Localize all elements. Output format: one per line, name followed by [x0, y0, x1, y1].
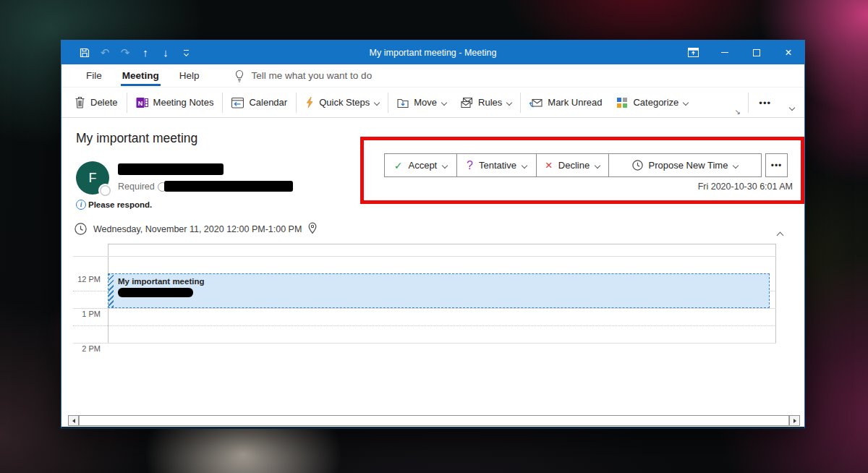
chevron-down-icon — [595, 162, 600, 168]
clock-icon — [75, 223, 87, 235]
minimize-button[interactable] — [709, 41, 741, 64]
lightning-bolt-icon — [305, 96, 314, 108]
collapse-ribbon-icon[interactable] — [789, 105, 795, 111]
svg-text:N: N — [137, 99, 142, 106]
ribbon-separator — [296, 93, 297, 113]
move-up-icon[interactable]: ↑ — [135, 41, 156, 64]
redo-icon: ↷ — [115, 41, 135, 64]
redacted-attendee-name — [164, 181, 293, 192]
redacted-event-detail — [118, 288, 193, 297]
ribbon-separator — [222, 93, 223, 113]
time-label-1pm: 1 PM — [67, 310, 101, 318]
tab-help[interactable]: Help — [169, 64, 210, 88]
decline-button[interactable]: × Decline — [537, 154, 609, 176]
info-icon: i — [76, 200, 86, 210]
sender-avatar[interactable]: F — [76, 161, 109, 195]
quick-access-toolbar: ↶ ↷ ↑ ↓ — [61, 41, 196, 64]
tab-file[interactable]: File — [76, 64, 112, 88]
tentative-button[interactable]: ? Tentative — [457, 154, 537, 176]
calendar-button[interactable]: Calendar — [224, 88, 294, 117]
envelope-unread-icon — [529, 97, 542, 108]
customize-quick-access-icon[interactable] — [176, 41, 196, 64]
x-mark-icon: × — [545, 158, 553, 173]
propose-new-time-button[interactable]: Propose New Time — [609, 154, 761, 176]
close-button[interactable]: × — [773, 41, 804, 64]
ribbon-separator — [127, 93, 127, 113]
scrollbar-thumb[interactable] — [79, 416, 789, 425]
maximize-button[interactable] — [741, 41, 773, 64]
horizontal-scrollbar[interactable] — [68, 415, 800, 426]
received-timestamp: Fri 2020-10-30 6:01 AM — [698, 182, 793, 192]
menubar: File Meeting Help Tell me what you want … — [61, 64, 804, 88]
quick-steps-button[interactable]: Quick Steps — [298, 88, 386, 117]
chevron-down-icon — [522, 162, 527, 168]
mini-calendar: 12 PM 1 PM 2 PM My important meeting — [61, 241, 804, 352]
event-hatch-stripe — [109, 274, 114, 307]
delete-button[interactable]: Delete — [67, 88, 125, 117]
chevron-down-icon — [683, 99, 689, 105]
location-pin-icon — [307, 222, 318, 236]
chevron-down-icon — [442, 162, 448, 168]
clock-icon — [632, 160, 643, 171]
tell-me-label: Tell me what you want to do — [252, 70, 373, 81]
outlook-meeting-window: ↶ ↷ ↑ ↓ My important meeting - Meeting × — [61, 40, 805, 429]
collapse-preview-button[interactable] — [778, 228, 783, 241]
question-mark-icon: ? — [467, 159, 473, 172]
trash-icon — [75, 96, 85, 108]
meeting-subject: My important meeting — [76, 131, 197, 146]
move-button[interactable]: Move — [390, 88, 454, 117]
category-squares-icon — [616, 97, 628, 108]
more-response-actions-button[interactable]: ••• — [765, 153, 788, 177]
scroll-left-button[interactable] — [69, 416, 79, 425]
categorize-button[interactable]: Categorize — [609, 88, 695, 117]
calendar-event-block[interactable]: My important meeting — [108, 273, 770, 308]
accept-button[interactable]: ✓ Accept — [385, 154, 457, 176]
event-title: My important meeting — [118, 277, 204, 286]
ribbon-display-options-icon[interactable] — [677, 41, 709, 64]
lightbulb-icon — [234, 69, 244, 82]
redacted-sender-name — [118, 163, 224, 175]
move-folder-icon — [397, 97, 409, 108]
move-down-icon[interactable]: ↓ — [156, 41, 176, 64]
ribbon-toolbar: Delete N Meeting Notes Calendar Quick St… — [61, 88, 804, 118]
tab-meeting[interactable]: Meeting — [112, 64, 169, 88]
right-arrow-icon — [793, 419, 796, 423]
save-icon[interactable] — [75, 41, 95, 64]
window-controls: × — [677, 41, 804, 64]
left-arrow-icon — [72, 419, 75, 423]
calendar-preview-header: Wednesday, November 11, 2020 12:00 PM-1:… — [61, 222, 804, 238]
avatar-initial: F — [89, 171, 97, 186]
rules-button[interactable]: Rules — [454, 88, 519, 117]
tell-me-box[interactable]: Tell me what you want to do — [234, 69, 373, 82]
presence-badge — [100, 185, 111, 196]
calendar-icon — [231, 97, 244, 108]
time-label-2pm: 2 PM — [67, 344, 101, 352]
titlebar: ↶ ↷ ↑ ↓ My important meeting - Meeting × — [61, 41, 804, 64]
ribbon-separator — [748, 93, 749, 113]
response-buttons-group: ✓ Accept ? Tentative × Decline Propose N… — [384, 153, 762, 177]
chevron-down-icon — [506, 99, 512, 105]
respond-note: Please respond. — [88, 200, 152, 209]
chevron-down-icon — [733, 162, 739, 168]
time-label-12pm: 12 PM — [67, 275, 101, 284]
rules-envelopes-icon — [461, 97, 473, 108]
onenote-icon: N — [136, 97, 148, 108]
required-label: Required — [118, 182, 155, 192]
chevron-down-icon — [441, 99, 447, 105]
more-commands-button[interactable]: ••• — [750, 98, 780, 108]
scroll-right-button[interactable] — [789, 416, 799, 425]
undo-icon: ↶ — [95, 41, 115, 64]
ribbon-separator — [388, 93, 388, 113]
chevron-down-icon — [374, 99, 380, 105]
check-icon: ✓ — [394, 160, 403, 171]
dialog-launcher-icon[interactable]: ↘ — [735, 108, 741, 116]
reading-pane: My important meeting F Required i Please… — [61, 118, 804, 427]
meeting-datetime: Wednesday, November 11, 2020 12:00 PM-1:… — [93, 224, 302, 234]
meeting-notes-button[interactable]: N Meeting Notes — [129, 88, 221, 117]
mark-unread-button[interactable]: Mark Unread — [522, 88, 609, 117]
desktop-background: ↶ ↷ ↑ ↓ My important meeting - Meeting × — [0, 0, 868, 473]
ribbon-separator — [520, 93, 521, 113]
